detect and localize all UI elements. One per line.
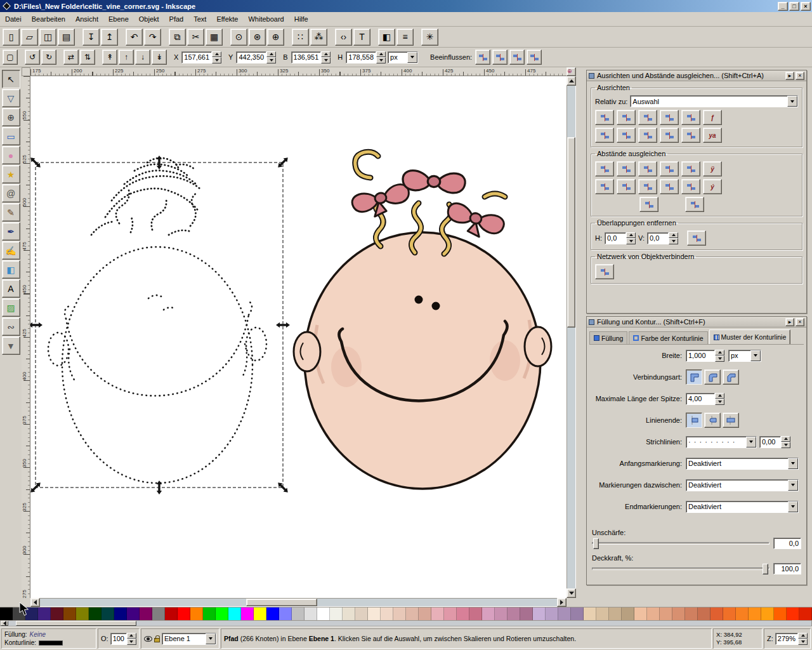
opacity-indicator[interactable]: O: 100 xyxy=(98,628,140,649)
align-left-to-anchor-right-button[interactable] xyxy=(681,110,700,125)
scroll-right-button[interactable] xyxy=(557,598,566,607)
layer-lock-icon[interactable] xyxy=(154,638,160,642)
dropdown-arrow-icon[interactable] xyxy=(750,350,761,361)
randomize-positions-button[interactable] xyxy=(639,197,658,212)
paint-bucket-tool[interactable]: ◧ xyxy=(2,260,20,279)
dialog-titlebar[interactable]: Füllung und Kontur... (Shift+Ctrl+F) ▸ × xyxy=(587,317,806,328)
copy-button[interactable]: ⧉ xyxy=(169,29,186,46)
stroke-width-field[interactable]: 1,000 xyxy=(686,350,724,362)
menu-text[interactable]: Text xyxy=(188,12,211,26)
spin-up-icon[interactable] xyxy=(781,436,790,442)
dropdown-arrow-icon[interactable] xyxy=(407,52,417,63)
opacity-slider[interactable] xyxy=(592,567,769,570)
distribute-right-edges-button[interactable] xyxy=(638,161,657,176)
zoom-selection-button[interactable]: ⊙ xyxy=(230,29,247,46)
palette-swatch[interactable] xyxy=(469,607,482,620)
palette-swatch[interactable] xyxy=(266,607,279,620)
distribute-anchors-vertically-button[interactable] xyxy=(681,179,700,194)
canvas[interactable]: .dl{fill:none;stroke:#1c1c1c;stroke-widt… xyxy=(30,76,566,598)
palette-swatch[interactable] xyxy=(63,607,76,620)
palette-swatch[interactable] xyxy=(393,607,406,620)
distribute-horizontal-gaps-button[interactable] xyxy=(660,161,679,176)
palette-swatch[interactable] xyxy=(571,607,584,620)
palette-swatch[interactable] xyxy=(520,607,533,620)
spin-down-icon[interactable] xyxy=(715,399,724,405)
horizontal-ruler[interactable]: 175200225250275300325350375400425450475 xyxy=(30,67,566,76)
menu-hilfe[interactable]: Hilfe xyxy=(289,12,313,26)
export-button[interactable]: ↥ xyxy=(101,29,118,46)
scale-handle[interactable] xyxy=(30,322,43,328)
preferences-button[interactable]: ✳ xyxy=(421,29,438,46)
dash-offset-field[interactable]: 0,00 xyxy=(759,436,790,448)
tab-stroke-style[interactable]: Muster der Konturlinie xyxy=(709,329,791,344)
align-left-edges-button[interactable] xyxy=(617,110,636,125)
palette-swatch[interactable] xyxy=(761,607,774,620)
palette-swatch[interactable] xyxy=(533,607,546,620)
vertical-scrollbar-thumb[interactable] xyxy=(567,137,575,328)
palette-swatch[interactable] xyxy=(13,607,25,620)
lower-button[interactable]: ↓ xyxy=(135,50,150,65)
stippled-face-object[interactable] xyxy=(48,158,266,483)
y-field[interactable]: 442,350 xyxy=(236,51,276,63)
distribute-centers-vertically-button[interactable] xyxy=(617,179,636,194)
marker-mid-dropdown[interactable]: Deaktiviert xyxy=(686,479,799,491)
lower-to-bottom-button[interactable]: ↡ xyxy=(152,50,167,65)
move-patterns-toggle[interactable] xyxy=(527,50,542,65)
spiral-tool[interactable]: @ xyxy=(2,184,20,202)
relative-to-dropdown[interactable]: Auswahl xyxy=(630,95,798,107)
height-field[interactable]: 178,558 xyxy=(346,51,386,63)
palette-swatch[interactable] xyxy=(710,607,723,620)
palette-swatch[interactable] xyxy=(89,607,102,620)
scale-handle[interactable] xyxy=(30,156,43,169)
align-text-horizontal-button[interactable]: ƒ xyxy=(703,110,722,125)
sticky-zoom-button[interactable]: ⊕ xyxy=(566,67,576,76)
spin-down-icon[interactable] xyxy=(715,355,724,362)
ellipse-tool[interactable]: ● xyxy=(2,146,20,164)
distribute-left-edges-button[interactable] xyxy=(595,161,614,176)
palette-swatch[interactable] xyxy=(431,607,444,620)
palette-swatch[interactable] xyxy=(140,607,152,620)
distribute-centers-horizontally-button[interactable] xyxy=(617,161,636,176)
new-document-button[interactable]: ▯ xyxy=(3,29,20,46)
spin-up-icon[interactable] xyxy=(798,633,808,639)
cut-button[interactable]: ✂ xyxy=(187,29,204,46)
palette-swatch[interactable] xyxy=(317,607,330,620)
palette-swatch[interactable] xyxy=(254,607,266,620)
overlap-v-field[interactable]: 0,0 xyxy=(647,232,678,244)
palette-swatch[interactable] xyxy=(799,607,812,620)
palette-scrollbar[interactable] xyxy=(0,620,812,627)
palette-swatch[interactable] xyxy=(152,607,165,620)
palette-scroll-left-button[interactable] xyxy=(1,621,8,626)
scale-handle[interactable] xyxy=(276,481,289,494)
stroke-color-swatch[interactable] xyxy=(39,640,63,646)
zoom-page-button[interactable]: ⊕ xyxy=(267,29,284,46)
master-opacity-field[interactable]: 100 xyxy=(110,633,136,645)
dropper-tool[interactable]: ▼ xyxy=(2,336,20,355)
miter-limit-field[interactable]: 4,00 xyxy=(686,393,724,405)
palette-swatch[interactable] xyxy=(127,607,140,620)
palette-swatch[interactable] xyxy=(787,607,799,620)
menu-ebene[interactable]: Ebene xyxy=(103,12,134,26)
menu-pfad[interactable]: Pfad xyxy=(164,12,189,26)
undo-button[interactable]: ↶ xyxy=(126,29,143,46)
join-bevel-button[interactable] xyxy=(723,369,739,385)
palette-scrollbar-thumb[interactable] xyxy=(16,621,136,626)
palette-swatch[interactable] xyxy=(38,607,51,620)
spin-down-icon[interactable] xyxy=(321,57,331,63)
palette-swatch[interactable] xyxy=(736,607,749,620)
dropdown-arrow-icon[interactable] xyxy=(746,437,756,448)
scale-corners-toggle[interactable] xyxy=(492,50,508,65)
palette-swatch[interactable] xyxy=(685,607,698,620)
palette-swatch[interactable] xyxy=(609,607,622,620)
blur-value-field[interactable]: 0,0 xyxy=(773,538,801,549)
palette-swatch[interactable] xyxy=(330,607,343,620)
palette-swatch[interactable] xyxy=(406,607,419,620)
join-miter-button[interactable] xyxy=(686,369,702,385)
palette-swatch[interactable] xyxy=(368,607,381,620)
palette-swatch[interactable] xyxy=(558,607,571,620)
align-right-edges-button[interactable] xyxy=(660,110,679,125)
distribute-vertical-gaps-button[interactable] xyxy=(660,179,679,194)
zoom-field[interactable]: 279% xyxy=(775,633,808,645)
raise-to-top-button[interactable]: ↟ xyxy=(102,50,117,65)
unclump-objects-button[interactable] xyxy=(685,197,704,212)
